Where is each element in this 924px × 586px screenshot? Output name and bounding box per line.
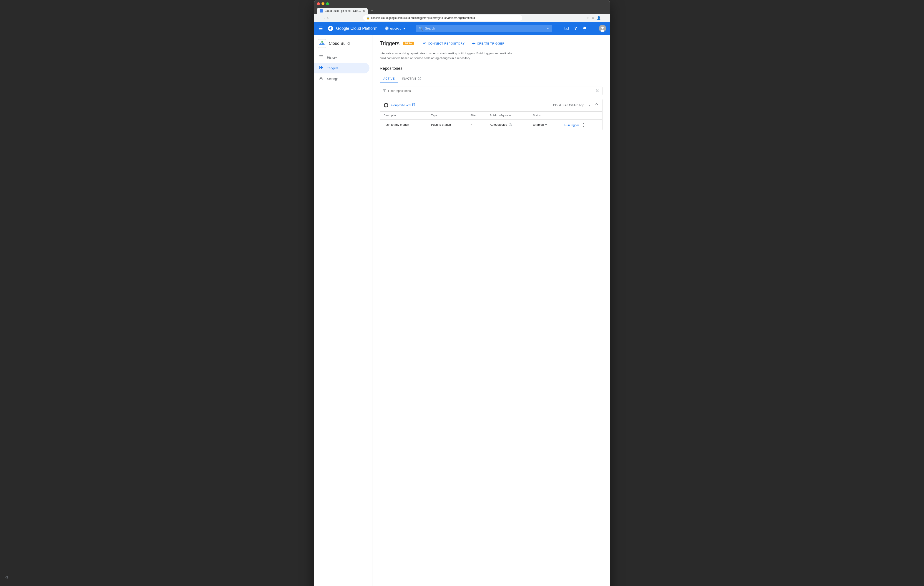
sidebar-item-settings[interactable]: Settings bbox=[314, 73, 370, 84]
tab-title: Cloud Build - git-ci-cd - Google... bbox=[325, 9, 361, 13]
inactive-tab-help-icon[interactable]: ? bbox=[418, 77, 421, 80]
repo-provider-name: Cloud Build GitHub App bbox=[553, 104, 584, 107]
repository-card: ajonp/git-ci-cd Cloud Build GitHub App ⋮ bbox=[380, 99, 602, 130]
sidebar-app-title: Cloud Build bbox=[329, 41, 350, 46]
beta-badge: BETA bbox=[403, 41, 414, 45]
connect-repository-button[interactable]: CONNECT REPOSITORY bbox=[421, 40, 466, 47]
repo-name[interactable]: ajonp/git-ci-cd bbox=[391, 104, 411, 107]
sidebar: Cloud Build History Triggers bbox=[314, 35, 373, 586]
sidebar-nav: History Triggers Settings bbox=[314, 52, 372, 84]
row-filter: .* bbox=[467, 119, 486, 130]
top-nav: ☰ Google Cloud Platform git-ci-cd ▼ bbox=[314, 22, 610, 35]
close-button[interactable] bbox=[317, 2, 320, 5]
main-layout: Cloud Build History Triggers bbox=[314, 35, 610, 586]
reload-button[interactable]: ↻ bbox=[327, 16, 330, 20]
repositories-title: Repositories bbox=[380, 66, 602, 71]
project-dropdown-icon: ▼ bbox=[403, 26, 406, 30]
maximize-button[interactable] bbox=[326, 2, 329, 5]
header-actions: CONNECT REPOSITORY CREATE TRIGGER bbox=[421, 40, 507, 47]
tab-inactive[interactable]: INACTIVE ? bbox=[398, 74, 425, 83]
col-actions bbox=[561, 112, 602, 120]
row-description: Push to any branch bbox=[380, 119, 427, 130]
svg-rect-10 bbox=[319, 56, 323, 56]
lock-icon: 🔒 bbox=[366, 16, 370, 20]
browser-toolbar-right: ☆ ⚙ 👤 ⋮ bbox=[586, 16, 606, 20]
url-bar[interactable]: 🔒 console.cloud.google.com/cloud-build/t… bbox=[363, 15, 522, 21]
sidebar-header: Cloud Build bbox=[314, 36, 372, 50]
run-trigger-button[interactable]: Run trigger bbox=[564, 123, 579, 127]
create-trigger-icon bbox=[472, 41, 476, 45]
search-icon: 🔍 bbox=[419, 26, 423, 31]
forward-button[interactable]: → bbox=[322, 16, 325, 20]
triggers-table-header: Description Type Filter Build configurat… bbox=[380, 112, 602, 120]
col-filter: Filter bbox=[467, 112, 486, 120]
sidebar-item-history[interactable]: History bbox=[314, 52, 370, 63]
row-more-icon[interactable]: ⋮ bbox=[582, 122, 586, 127]
table-row: Push to any branch Push to branch .* Aut… bbox=[380, 119, 602, 130]
page-header: Triggers BETA CONNECT REPOSITORY CREATE … bbox=[380, 40, 602, 47]
build-config-help-icon[interactable]: ? bbox=[509, 123, 512, 127]
active-tab[interactable]: Cloud Build - git-ci-cd - Google... ✕ bbox=[317, 8, 368, 14]
browser-chrome: Cloud Build - git-ci-cd - Google... ✕ + … bbox=[314, 0, 610, 22]
search-input[interactable] bbox=[416, 25, 552, 32]
external-link-icon[interactable] bbox=[412, 103, 415, 107]
triggers-table: Description Type Filter Build configurat… bbox=[380, 112, 602, 130]
browser-window: Cloud Build - git-ci-cd - Google... ✕ + … bbox=[314, 0, 610, 586]
svg-rect-12 bbox=[319, 58, 322, 58]
svg-rect-11 bbox=[319, 57, 323, 57]
more-options-icon[interactable]: ⋮ bbox=[603, 16, 606, 20]
svg-point-14 bbox=[320, 77, 322, 79]
back-button[interactable]: ← bbox=[318, 16, 321, 20]
app-container: ☰ Google Cloud Platform git-ci-cd ▼ bbox=[314, 22, 610, 586]
connect-repo-icon bbox=[423, 41, 427, 45]
row-type: Push to branch bbox=[427, 119, 467, 130]
bookmark-icon[interactable]: ☆ bbox=[586, 16, 589, 20]
project-icon bbox=[385, 26, 389, 30]
svg-text:?: ? bbox=[510, 124, 511, 126]
svg-point-6 bbox=[601, 26, 604, 29]
create-trigger-button[interactable]: CREATE TRIGGER bbox=[470, 40, 507, 47]
settings-label: Settings bbox=[327, 77, 338, 81]
sidebar-logo bbox=[318, 40, 326, 48]
new-tab-button[interactable]: + bbox=[368, 7, 375, 14]
repo-collapse-icon[interactable] bbox=[594, 102, 599, 108]
search-bar: 🔍 ▼ bbox=[416, 25, 552, 32]
minimize-button[interactable] bbox=[322, 2, 325, 5]
description-text: Integrate your working repositories in o… bbox=[380, 51, 516, 61]
cloud-build-logo-icon bbox=[318, 40, 326, 48]
tab-active[interactable]: ACTIVE bbox=[380, 74, 398, 83]
user-avatar[interactable] bbox=[599, 25, 606, 32]
project-selector[interactable]: git-ci-cd ▼ bbox=[383, 25, 408, 31]
status-enabled-button[interactable]: Enabled ▼ bbox=[533, 123, 548, 127]
help-button[interactable]: ? bbox=[572, 24, 580, 33]
svg-text:?: ? bbox=[597, 90, 598, 92]
filter-input[interactable] bbox=[388, 89, 594, 92]
row-build-config: Autodetected ? bbox=[486, 119, 529, 130]
search-dropdown-icon[interactable]: ▼ bbox=[546, 26, 549, 30]
extensions-icon[interactable]: ⚙ bbox=[592, 16, 594, 20]
col-status: Status bbox=[529, 112, 561, 120]
triggers-label: Triggers bbox=[327, 66, 338, 70]
notifications-button[interactable] bbox=[581, 24, 589, 33]
project-name: git-ci-cd bbox=[390, 26, 401, 30]
traffic-lights bbox=[317, 2, 607, 5]
nav-buttons: ← → ↻ bbox=[318, 16, 330, 20]
triggers-table-header-row: Description Type Filter Build configurat… bbox=[380, 112, 602, 120]
cloud-shell-button[interactable] bbox=[563, 24, 571, 33]
filter-help-icon[interactable]: ? bbox=[596, 89, 599, 93]
url-text: console.cloud.google.com/cloud-build/tri… bbox=[371, 16, 475, 20]
triggers-table-body: Push to any branch Push to branch .* Aut… bbox=[380, 119, 602, 130]
repo-more-icon[interactable]: ⋮ bbox=[586, 102, 592, 109]
more-menu-button[interactable]: ⋮ bbox=[590, 24, 598, 33]
gcp-cloud-icon bbox=[327, 25, 334, 31]
col-type: Type bbox=[427, 112, 467, 120]
tab-close-icon[interactable]: ✕ bbox=[363, 10, 365, 13]
sidebar-item-triggers[interactable]: Triggers bbox=[314, 63, 370, 73]
repo-header: ajonp/git-ci-cd Cloud Build GitHub App ⋮ bbox=[380, 99, 602, 112]
filter-bar: ? bbox=[380, 87, 602, 95]
col-description: Description bbox=[380, 112, 427, 120]
nav-right: ? ⋮ bbox=[563, 24, 606, 33]
history-label: History bbox=[327, 56, 337, 59]
hamburger-menu[interactable]: ☰ bbox=[318, 25, 324, 32]
user-profile-icon[interactable]: 👤 bbox=[597, 16, 601, 20]
